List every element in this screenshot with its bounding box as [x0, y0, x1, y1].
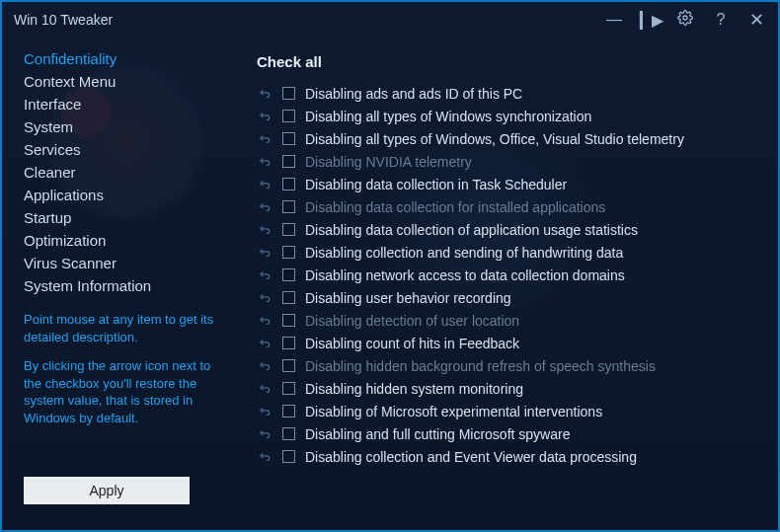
tweak-checkbox[interactable]: [282, 314, 295, 327]
tweak-label: Disabling of Microsoft experimental inte…: [305, 404, 602, 419]
sidebar-item-label: Context Menu: [24, 73, 116, 90]
tweak-label: Disabling hidden system monitoring: [305, 381, 523, 397]
sidebar-nav: ConfidentialityContext MenuInterfaceSyst…: [24, 47, 239, 297]
tweak-checkbox[interactable]: [282, 450, 295, 463]
sidebar-item-label: System Information: [24, 277, 151, 294]
tweak-label: Disabling user behavior recording: [305, 290, 511, 306]
tweak-checkbox[interactable]: [282, 291, 295, 304]
restore-arrow-icon[interactable]: [257, 245, 273, 261]
sidebar-item-label: Confidentiality: [24, 50, 117, 67]
tweak-row: Disabling data collection for installed …: [257, 195, 760, 218]
tweak-checkbox[interactable]: [282, 132, 295, 145]
tweak-checkbox[interactable]: [282, 178, 295, 190]
sidebar-item-services[interactable]: Services: [24, 138, 239, 161]
titlebar: Win 10 Tweaker — ▎▶ ? ✕: [2, 2, 778, 38]
tweak-row: Disabling count of hits in Feedback: [257, 332, 760, 354]
tweak-row: Disabling and full cutting Microsoft spy…: [257, 422, 760, 445]
play-icon[interactable]: ▎▶: [640, 11, 660, 30]
restore-arrow-icon[interactable]: [257, 86, 273, 102]
tweak-row: Disabling hidden system monitoring: [257, 377, 760, 400]
tweak-row: Disabling all types of Windows, Office, …: [257, 127, 760, 150]
tweak-label: Disabling collection and Event Viewer da…: [305, 449, 637, 465]
restore-arrow-icon[interactable]: [257, 313, 273, 329]
sidebar-item-optimization[interactable]: Optimization: [24, 229, 239, 252]
tweak-list: Disabling ads and ads ID of this PCDisab…: [257, 82, 760, 468]
restore-arrow-icon[interactable]: [257, 177, 273, 192]
sidebar-item-interface[interactable]: Interface: [24, 93, 239, 115]
tweak-checkbox[interactable]: [282, 223, 295, 236]
tweak-checkbox[interactable]: [282, 405, 295, 418]
window-body: ConfidentialityContext MenuInterfaceSyst…: [2, 38, 778, 530]
main-panel: Check all Disabling ads and ads ID of th…: [239, 38, 778, 530]
tweak-row: Disabling detection of user location: [257, 309, 760, 332]
minimize-button[interactable]: —: [604, 11, 624, 29]
tweak-checkbox[interactable]: [282, 359, 295, 372]
sidebar-item-system[interactable]: System: [24, 115, 239, 138]
restore-arrow-icon[interactable]: [257, 290, 273, 306]
sidebar-item-label: Optimization: [24, 232, 106, 249]
restore-arrow-icon[interactable]: [257, 404, 273, 419]
restore-arrow-icon[interactable]: [257, 267, 273, 283]
sidebar-item-label: Virus Scanner: [24, 255, 117, 271]
titlebar-controls: — ▎▶ ? ✕: [604, 9, 766, 31]
tweak-checkbox[interactable]: [282, 87, 295, 100]
tweak-row: Disabling ads and ads ID of this PC: [257, 82, 760, 105]
sidebar-item-label: Interface: [24, 96, 81, 113]
tweak-row: Disabling user behavior recording: [257, 286, 760, 309]
tweak-label: Disabling data collection of application…: [305, 222, 638, 238]
tweak-label: Disabling data collection in Task Schedu…: [305, 177, 567, 192]
sidebar-item-startup[interactable]: Startup: [24, 206, 239, 229]
restore-arrow-icon[interactable]: [257, 358, 273, 374]
tweak-row: Disabling NVIDIA telemetry: [257, 150, 760, 173]
sidebar-item-virus-scanner[interactable]: Virus Scanner: [24, 252, 239, 274]
tweak-checkbox[interactable]: [282, 268, 295, 281]
tweak-row: Disabling hidden background refresh of s…: [257, 354, 760, 377]
sidebar-item-applications[interactable]: Applications: [24, 184, 239, 206]
tweak-checkbox[interactable]: [282, 427, 295, 440]
restore-arrow-icon[interactable]: [257, 336, 273, 351]
sidebar-hint-2: By clicking the arrow icon next to the c…: [24, 357, 239, 426]
sidebar-item-context-menu[interactable]: Context Menu: [24, 70, 239, 93]
tweak-row: Disabling data collection of application…: [257, 218, 760, 241]
tweak-label: Disabling and full cutting Microsoft spy…: [305, 426, 570, 442]
tweak-checkbox[interactable]: [282, 110, 295, 122]
sidebar-item-confidentiality[interactable]: Confidentiality: [24, 47, 239, 70]
restore-arrow-icon[interactable]: [257, 154, 273, 170]
restore-arrow-icon[interactable]: [257, 199, 273, 215]
restore-arrow-icon[interactable]: [257, 222, 273, 238]
restore-arrow-icon[interactable]: [257, 426, 273, 442]
sidebar-item-label: System: [24, 118, 73, 135]
apply-button[interactable]: Apply: [24, 477, 190, 504]
tweak-row: Disabling collection and sending of hand…: [257, 241, 760, 264]
sidebar-item-label: Startup: [24, 209, 71, 226]
app-window: Win 10 Tweaker — ▎▶ ? ✕ ConfidentialityC…: [0, 0, 780, 532]
check-all-toggle[interactable]: Check all: [257, 53, 760, 70]
tweak-label: Disabling detection of user location: [305, 313, 519, 329]
tweak-label: Disabling all types of Windows synchroni…: [305, 109, 591, 124]
tweak-checkbox[interactable]: [282, 200, 295, 213]
sidebar-item-cleaner[interactable]: Cleaner: [24, 161, 239, 184]
help-icon[interactable]: ?: [711, 11, 731, 29]
tweak-checkbox[interactable]: [282, 246, 295, 259]
restore-arrow-icon[interactable]: [257, 109, 273, 124]
tweak-checkbox[interactable]: [282, 337, 295, 349]
tweak-label: Disabling NVIDIA telemetry: [305, 154, 472, 170]
svg-point-0: [683, 16, 687, 20]
tweak-row: Disabling collection and Event Viewer da…: [257, 445, 760, 468]
tweak-label: Disabling network access to data collect…: [305, 267, 625, 283]
tweak-label: Disabling hidden background refresh of s…: [305, 358, 656, 374]
tweak-row: Disabling all types of Windows synchroni…: [257, 105, 760, 127]
restore-arrow-icon[interactable]: [257, 381, 273, 397]
tweak-row: Disabling data collection in Task Schedu…: [257, 173, 760, 195]
tweak-label: Disabling data collection for installed …: [305, 199, 605, 215]
tweak-checkbox[interactable]: [282, 155, 295, 168]
tweak-label: Disabling count of hits in Feedback: [305, 336, 519, 351]
tweak-label: Disabling collection and sending of hand…: [305, 245, 623, 261]
tweak-label: Disabling all types of Windows, Office, …: [305, 131, 684, 147]
restore-arrow-icon[interactable]: [257, 449, 273, 465]
tweak-checkbox[interactable]: [282, 382, 295, 395]
gear-icon[interactable]: [675, 10, 695, 30]
close-button[interactable]: ✕: [746, 9, 766, 31]
sidebar-item-system-information[interactable]: System Information: [24, 274, 239, 297]
restore-arrow-icon[interactable]: [257, 131, 273, 147]
